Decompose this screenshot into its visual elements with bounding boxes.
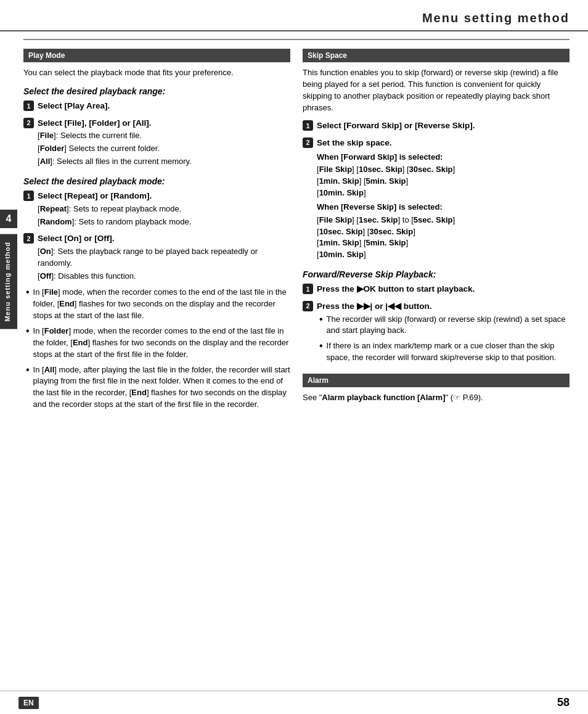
mode-step-2: 2 Select [On] or [Off]. [On]: Sets the p… [23,232,290,283]
mode-step-2-detail-1: [On]: Sets the playback range to be play… [38,246,290,269]
page-title: Menu setting method [18,11,570,25]
mode-step-1-detail-2: [Random]: Sets to random playback mode. [38,216,290,228]
mode-step-1: 1 Select [Repeat] or [Random]. [Repeat]:… [23,190,290,229]
mode-step-2-num: 2 [23,233,34,244]
page-number: 58 [557,696,570,709]
mode-step-2-detail-2: [Off]: Disables this function. [38,271,290,282]
main-content: Play Mode You can select the playback mo… [0,49,588,427]
bullet-file-text: In [File] mode, when the recorder comes … [33,287,290,322]
page-title-bar: Menu setting method [0,0,588,31]
bullet-folder-text: In [Folder] mode, when the recorder come… [33,326,290,361]
range-step-1: 1 Select [Play Area]. [23,100,290,113]
title-divider [23,39,570,40]
range-step-2-num: 2 [23,118,34,128]
alarm-header: Alarm [303,374,570,387]
when-reverse-label: When [Reverse Skip] is selected: [317,202,570,213]
range-step-1-num: 1 [23,101,34,111]
skip-space-header: Skip Space [303,49,570,62]
range-step-2: 2 Select [File], [Folder] or [All]. [Fil… [23,117,290,169]
bottom-bar: EN 58 [0,691,588,714]
bullet-folder-mode: • In [Folder] mode, when the recorder co… [23,326,290,361]
fwdrev-bullet-2: • If there is an index mark/temp mark or… [317,340,570,364]
bullet-all-mode: • In [All] mode, after playing the last … [23,364,290,411]
mode-step-2-label: Select [On] or [Off]. [38,232,290,245]
fwd-rev-heading: Forward/Reverse Skip Playback: [303,268,570,281]
mode-step-1-num: 1 [23,191,34,201]
range-step-1-label: Select [Play Area]. [38,100,290,112]
en-badge: EN [18,697,39,709]
skip-step-1: 1 Select [Forward Skip] or [Reverse Skip… [303,120,570,133]
skip-step-1-num: 1 [303,120,313,131]
fwdrev-bullet-1: • The recorder will skip (forward) or re… [317,314,570,337]
side-tab-text: Menu setting method [0,234,17,329]
skip-step-1-label: Select [Forward Skip] or [Reverse Skip]. [317,120,570,132]
fwdrev-step-2-num: 2 [303,301,313,311]
when-forward-options: [File Skip] [10sec. Skip] [30sec. Skip][… [317,164,570,199]
alarm-text: See "Alarm playback function [Alarm]" (☞… [303,392,570,404]
fwdrev-step-2-label: Press the ▶▶| or |◀◀ button. [317,300,570,313]
bullet-all-text: In [All] mode, after playing the last fi… [33,364,290,411]
right-column: Skip Space This function enables you to … [303,49,570,414]
skip-step-2-label: Set the skip space. [317,137,570,149]
mode-step-1-label: Select [Repeat] or [Random]. [38,190,290,202]
range-step-2-detail-3: [All]: Selects all files in the current … [38,156,290,168]
fwdrev-step-1-num: 1 [303,284,313,294]
side-tab-number: 4 [0,210,17,228]
range-heading: Select the desired playback range: [23,85,290,97]
left-column: Play Mode You can select the playback mo… [23,49,290,414]
mode-step-1-detail-1: [Repeat]: Sets to repeat playback mode. [38,203,290,215]
when-reverse-options: [File Skip] [1sec. Skip] to [5sec. Skip]… [317,215,570,261]
range-step-2-label: Select [File], [Folder] or [All]. [38,117,290,129]
range-step-2-detail-1: [File]: Selects the current file. [38,130,290,142]
fwdrev-step-1-label: Press the ▶OK button to start playback. [317,283,570,295]
skip-step-2-num: 2 [303,137,313,148]
fwdrev-step-2: 2 Press the ▶▶| or |◀◀ button. • The rec… [303,300,570,367]
play-mode-intro: You can select the playback mode that fi… [23,67,290,79]
mode-heading: Select the desired playback mode: [23,175,290,187]
bullet-file-mode: • In [File] mode, when the recorder come… [23,287,290,322]
range-step-2-detail-2: [Folder] Selects the current folder. [38,143,290,155]
when-forward-label: When [Forward Skip] is selected: [317,152,570,163]
skip-space-intro: This function enables you to skip (forwa… [303,67,570,113]
fwdrev-step-1: 1 Press the ▶OK button to start playback… [303,283,570,297]
page-container: Menu setting method 4 Menu setting metho… [0,0,588,714]
play-mode-header: Play Mode [23,49,290,62]
skip-step-2: 2 Set the skip space. When [Forward Skip… [303,137,570,262]
